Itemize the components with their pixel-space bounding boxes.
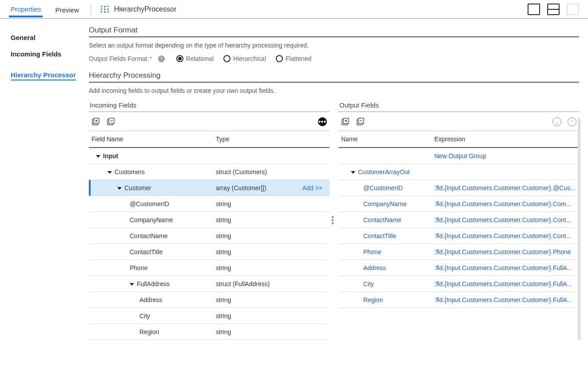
output-field-name[interactable]: CustomerArrayOut <box>358 168 410 176</box>
help-icon[interactable]: ? <box>158 56 165 62</box>
new-output-group-link[interactable]: New Output Group <box>434 152 486 160</box>
output-fields-format-row: Output Fields Format:* ? Relational Hier… <box>89 55 579 62</box>
expand-all-icon[interactable] <box>91 117 100 126</box>
layout-split-icon[interactable] <box>547 4 560 15</box>
field-name: Address <box>139 296 162 303</box>
svg-rect-8 <box>107 11 109 12</box>
caret-down-icon[interactable] <box>130 283 134 286</box>
output-header: Name Expression <box>338 131 579 148</box>
expression-value[interactable]: :fld.{Input.Customers.Customer.Customer}… <box>434 264 572 271</box>
output-field-name[interactable]: Address <box>363 264 386 271</box>
incoming-row[interactable]: Customerarray (Customer[])Add >> <box>89 180 330 196</box>
expression-value[interactable]: :fld.{Input.Customers.Customer.Customer}… <box>434 248 571 255</box>
output-col-name: Name <box>341 136 434 143</box>
expand-all-icon[interactable] <box>341 117 350 126</box>
content: Output Format Select an output format de… <box>89 19 588 371</box>
expression-value[interactable]: :fld.{Input.Customers.Customer.Customer}… <box>434 232 571 239</box>
collapse-all-icon[interactable] <box>107 117 115 126</box>
field-type: string <box>216 264 291 271</box>
output-title: Output Fields <box>338 100 579 112</box>
output-field-name[interactable]: City <box>363 280 374 287</box>
incoming-toolbar: ••• <box>89 112 330 131</box>
field-type: struct (Customers) <box>216 168 291 176</box>
layout-alt-icon[interactable] <box>567 4 579 15</box>
field-name: ContactName <box>130 232 168 239</box>
panels: Incoming Fields ••• Field Name Type Inpu… <box>89 100 579 340</box>
incoming-body: InputCustomersstruct (Customers)Customer… <box>89 148 330 340</box>
output-row[interactable]: CustomerArrayOut <box>338 164 579 180</box>
incoming-row[interactable]: FullAddressstruct (FullAddress) <box>89 276 330 292</box>
output-row[interactable]: CompanyName:fld.{Input.Customers.Custome… <box>338 196 579 212</box>
output-field-name[interactable]: ContactName <box>363 216 401 223</box>
radio-flattened-label: Flattened <box>286 55 311 62</box>
caret-down-icon[interactable] <box>117 187 122 190</box>
output-row[interactable]: Phone:fld.{Input.Customers.Customer.Cust… <box>338 244 579 260</box>
incoming-row[interactable]: @CustomerIDstring <box>89 196 330 212</box>
incoming-row[interactable]: Phonestring <box>89 260 330 276</box>
incoming-row[interactable]: Customersstruct (Customers) <box>89 164 330 180</box>
output-row[interactable]: Address:fld.{Input.Customers.Customer.Cu… <box>338 260 579 276</box>
svg-rect-7 <box>107 8 109 10</box>
caret-down-icon[interactable] <box>107 171 112 174</box>
output-field-name[interactable]: Region <box>363 296 383 303</box>
radio-relational[interactable]: Relational <box>176 55 214 62</box>
layout-single-icon[interactable] <box>528 4 540 15</box>
expression-value[interactable]: :fld.{Input.Customers.Customer.Customer}… <box>434 296 572 303</box>
expression-value[interactable]: :fld.{Input.Customers.Customer.Customer}… <box>434 280 572 287</box>
output-format-title: Output Format <box>89 26 579 36</box>
divider <box>89 36 579 37</box>
field-type: string <box>216 328 291 335</box>
more-menu-icon[interactable]: ••• <box>318 117 327 126</box>
expression-value[interactable]: :fld.{Input.Customers.Customer.Customer}… <box>434 184 576 191</box>
output-row[interactable]: City:fld.{Input.Customers.Customer.Custo… <box>338 276 579 292</box>
divider <box>89 82 579 83</box>
svg-point-4 <box>104 8 106 10</box>
field-type: string <box>216 248 291 255</box>
output-row[interactable]: New Output Group <box>338 148 579 164</box>
layout-icons <box>528 4 584 15</box>
output-row[interactable]: ContactName:fld.{Input.Customers.Custome… <box>338 212 579 228</box>
incoming-row[interactable]: ContactNamestring <box>89 228 330 244</box>
tab-properties[interactable]: Properties <box>9 1 43 17</box>
output-field-name[interactable]: ContactTitle <box>363 232 396 239</box>
field-name: Region <box>139 328 159 335</box>
collapse-all-icon[interactable] <box>356 117 365 126</box>
sidebar-item-general[interactable]: General <box>11 29 89 46</box>
top-bar: Properties Preview HierarchyProcessor <box>0 0 588 19</box>
incoming-row[interactable]: Regionstring <box>89 324 330 340</box>
add-field-link[interactable]: Add >> <box>302 184 322 191</box>
field-type: struct (FullAddress) <box>216 280 291 287</box>
radio-hierarchical[interactable]: Hierarchical <box>223 55 266 62</box>
field-name: Phone <box>130 264 147 271</box>
incoming-row[interactable]: ContactTitlestring <box>89 244 330 260</box>
tab-preview[interactable]: Preview <box>53 2 80 16</box>
sidebar-item-hierarchy-processor[interactable]: Hierarchy Processor <box>11 67 76 80</box>
incoming-row[interactable]: Addressstring <box>89 292 330 308</box>
incoming-row[interactable]: CompanyNamestring <box>89 212 330 228</box>
chevron-up-icon[interactable]: ⌃ <box>568 117 576 126</box>
output-row[interactable]: @CustomerID:fld.{Input.Customers.Custome… <box>338 180 579 196</box>
svg-rect-0 <box>101 6 102 7</box>
output-field-name[interactable]: CompanyName <box>363 200 406 207</box>
expression-value[interactable]: :fld.{Input.Customers.Customer.Customer}… <box>434 200 571 207</box>
chevron-down-icon[interactable]: ⌄ <box>552 117 561 126</box>
output-field-name[interactable]: Phone <box>363 248 381 255</box>
processor-title: HierarchyProcessor <box>101 5 176 14</box>
field-type: string <box>216 200 291 207</box>
sidebar-item-incoming-fields[interactable]: Incoming Fields <box>11 46 89 62</box>
incoming-row[interactable]: Input <box>89 148 330 164</box>
caret-down-icon[interactable] <box>96 155 100 158</box>
panel-resize-handle[interactable]: ••• <box>331 216 334 225</box>
field-name: Customers <box>115 168 145 176</box>
expression-value[interactable]: :fld.{Input.Customers.Customer.Customer}… <box>434 216 571 223</box>
output-row[interactable]: Region:fld.{Input.Customers.Customer.Cus… <box>338 292 579 308</box>
caret-down-icon[interactable] <box>351 171 355 174</box>
format-radio-group: Relational Hierarchical Flattened <box>176 55 312 62</box>
field-name: Customer <box>124 184 151 191</box>
incoming-row[interactable]: Citystring <box>89 308 330 324</box>
field-type: string <box>216 296 291 303</box>
incoming-header: Field Name Type <box>89 131 330 148</box>
radio-flattened[interactable]: Flattened <box>276 55 311 62</box>
output-row[interactable]: ContactTitle:fld.{Input.Customers.Custom… <box>338 228 579 244</box>
output-field-name[interactable]: @CustomerID <box>363 184 403 191</box>
